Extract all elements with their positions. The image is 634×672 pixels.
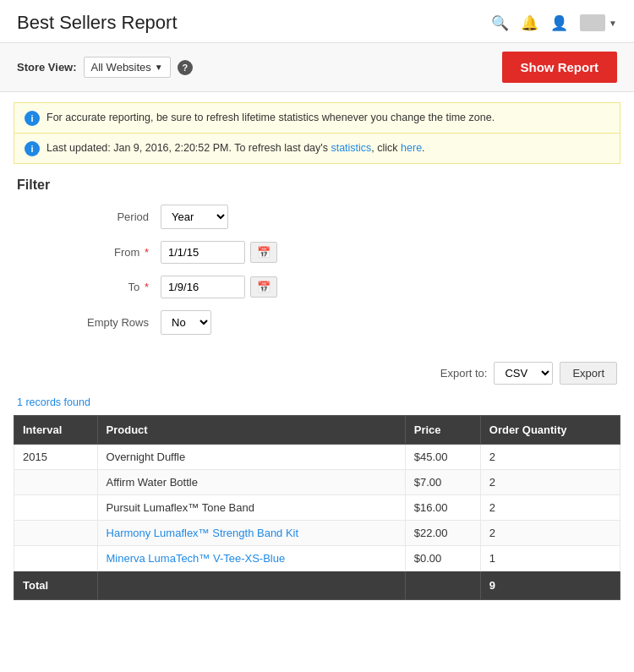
period-label: Period [25, 210, 161, 223]
cell-interval: 2015 [14, 445, 98, 470]
user-icon[interactable]: 👤 [550, 14, 568, 32]
filter-form: Period Year Month Day From * [17, 205, 617, 335]
records-found: 1 records found [0, 393, 634, 415]
product-link[interactable]: Minerva LumaTech™ V-Tee-XS-Blue [107, 552, 286, 565]
export-button[interactable]: Export [560, 362, 617, 385]
from-calendar-button[interactable]: 📅 [250, 242, 277, 263]
info-icon-2: i [25, 141, 40, 156]
store-view-bar: Store View: All Websites ▼ ? Show Report [0, 43, 634, 92]
cell-product: Overnight Duffle [97, 445, 405, 470]
cell-product: Affirm Water Bottle [97, 470, 405, 495]
cell-quantity: 1 [480, 546, 620, 571]
user-avatar [580, 14, 605, 31]
from-row: From * 📅 [25, 241, 609, 264]
search-icon[interactable]: 🔍 [491, 14, 509, 32]
table-row: Harmony Lumaflex™ Strength Band Kit$22.0… [14, 521, 620, 546]
footer-total-label: Total [14, 571, 98, 600]
col-header-price: Price [405, 416, 480, 445]
cell-interval [14, 546, 98, 571]
cell-interval [14, 495, 98, 521]
info-text-middle: , click [371, 142, 401, 154]
period-row: Period Year Month Day [25, 205, 609, 229]
cell-product[interactable]: Minerva LumaTech™ V-Tee-XS-Blue [97, 546, 405, 571]
here-link[interactable]: here [401, 142, 422, 154]
table-row: Minerva LumaTech™ V-Tee-XS-Blue$0.001 [14, 546, 620, 571]
footer-empty-2 [405, 571, 480, 600]
cell-price: $16.00 [405, 495, 480, 521]
table-row: Affirm Water Bottle$7.002 [14, 470, 620, 495]
filter-section: Filter Period Year Month Day [0, 164, 634, 355]
footer-empty-1 [97, 571, 405, 600]
col-header-product: Product [97, 416, 405, 445]
to-date-input[interactable] [161, 276, 245, 298]
filter-title: Filter [17, 178, 617, 193]
empty-rows-label: Empty Rows [25, 316, 161, 329]
header-icons: 🔍 🔔 👤 ▼ [491, 14, 617, 32]
from-required-star: * [145, 246, 149, 259]
empty-rows-row: Empty Rows No Yes [25, 310, 609, 335]
to-row: To * 📅 [25, 276, 609, 298]
from-date-input[interactable] [161, 241, 245, 264]
store-view-select[interactable]: All Websites ▼ [84, 57, 171, 78]
empty-rows-control: No Yes [161, 310, 211, 335]
cell-interval [14, 470, 98, 495]
export-to-label: Export to: [440, 367, 488, 380]
info-banners: i For accurate reporting, be sure to ref… [14, 102, 620, 164]
cell-price: $45.00 [405, 445, 480, 470]
cell-price: $22.00 [405, 521, 480, 546]
info-text-2: Last updated: Jan 9, 2016, 2:20:52 PM. T… [46, 140, 425, 156]
page-header: Best Sellers Report 🔍 🔔 👤 ▼ [0, 0, 634, 43]
cell-quantity: 2 [480, 470, 620, 495]
export-format-select[interactable]: CSV Excel [494, 362, 553, 385]
to-label: To * [25, 281, 161, 293]
export-format-wrapper: CSV Excel [494, 362, 553, 385]
table-header-row: Interval Product Price Order Quantity [14, 416, 620, 445]
col-header-quantity: Order Quantity [480, 416, 620, 445]
to-control: 📅 [161, 276, 277, 298]
info-banner-1: i For accurate reporting, be sure to ref… [14, 103, 620, 134]
to-required-star: * [145, 281, 149, 293]
cell-product[interactable]: Harmony Lumaflex™ Strength Band Kit [97, 521, 405, 546]
table-footer-row: Total 9 [14, 571, 620, 600]
cell-quantity: 2 [480, 495, 620, 521]
col-header-interval: Interval [14, 416, 98, 445]
table-row: Pursuit Lumaflex™ Tone Band$16.002 [14, 495, 620, 521]
page-title: Best Sellers Report [17, 12, 178, 34]
period-select[interactable]: Year Month Day [161, 205, 228, 229]
help-icon[interactable]: ? [178, 60, 193, 75]
user-block[interactable]: ▼ [580, 14, 617, 31]
cell-product: Pursuit Lumaflex™ Tone Band [97, 495, 405, 521]
data-table: Interval Product Price Order Quantity 20… [14, 415, 620, 600]
from-label: From * [25, 246, 161, 259]
chevron-down-icon: ▼ [155, 63, 163, 72]
product-link[interactable]: Harmony Lumaflex™ Strength Band Kit [107, 527, 299, 539]
info-banner-2: i Last updated: Jan 9, 2016, 2:20:52 PM.… [14, 134, 620, 163]
period-select-wrapper: Year Month Day [161, 205, 228, 229]
cell-price: $7.00 [405, 470, 480, 495]
table-row: 2015Overnight Duffle$45.002 [14, 445, 620, 470]
store-view-value: All Websites [91, 61, 151, 74]
show-report-button[interactable]: Show Report [502, 52, 618, 83]
info-icon-1: i [25, 111, 40, 126]
empty-rows-select-wrapper: No Yes [161, 310, 211, 335]
store-view-left: Store View: All Websites ▼ ? [17, 57, 193, 78]
info-text-1: For accurate reporting, be sure to refre… [46, 110, 495, 126]
bell-icon[interactable]: 🔔 [521, 14, 538, 32]
period-control: Year Month Day [161, 205, 228, 229]
cell-price: $0.00 [405, 546, 480, 571]
chevron-down-icon: ▼ [609, 19, 617, 28]
export-bar: Export to: CSV Excel Export [0, 355, 634, 393]
cell-quantity: 2 [480, 445, 620, 470]
footer-total-quantity: 9 [480, 571, 620, 600]
last-updated-text: Last updated: Jan 9, 2016, 2:20:52 PM. T… [46, 142, 331, 154]
empty-rows-select[interactable]: No Yes [161, 310, 211, 335]
cell-interval [14, 521, 98, 546]
statistics-link[interactable]: statistics [331, 142, 371, 154]
info-text-after: . [422, 142, 424, 154]
cell-quantity: 2 [480, 521, 620, 546]
from-control: 📅 [161, 241, 277, 264]
to-calendar-button[interactable]: 📅 [250, 276, 277, 298]
store-view-label: Store View: [17, 61, 77, 74]
